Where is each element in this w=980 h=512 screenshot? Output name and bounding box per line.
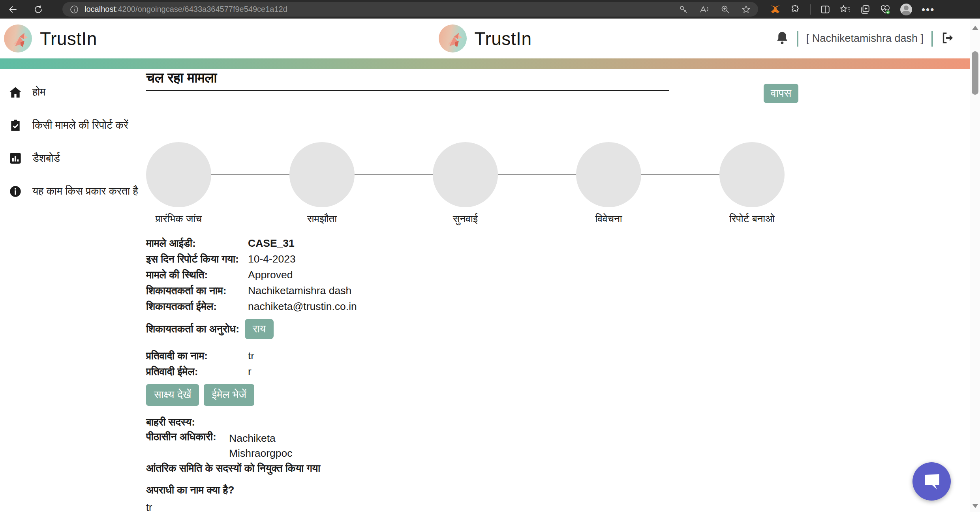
sidebar-item-how-it-works[interactable]: यह काम किस प्रकार करता है <box>9 184 146 199</box>
site-info-icon[interactable] <box>69 5 79 14</box>
step-label: प्रारंभिक जांच <box>146 213 211 225</box>
logout-icon[interactable] <box>941 32 954 46</box>
more-menu-icon[interactable]: ••• <box>922 8 935 11</box>
sidebar: होम किसी मामले की रिपोर्ट करें डैशबोर्ड … <box>0 69 146 512</box>
presiding-officer-values: Nachiketa Mishraorgpoc <box>229 431 293 461</box>
detail-row-case-status: मामले की स्थिति: Approved <box>146 267 970 283</box>
back-button[interactable]: वापस <box>764 84 798 103</box>
presiding-officer-line: Mishraorgpoc <box>229 446 293 461</box>
presiding-officer-row: पीठासीन अधिकारी: Nachiketa Mishraorgpoc <box>146 431 970 461</box>
header-right: [ Nachiketamishra dash ] <box>775 19 954 58</box>
step-hearing: सुनवाई <box>433 142 576 225</box>
how-it-works-icon <box>9 186 22 197</box>
extensions-icon[interactable] <box>790 4 800 15</box>
step-circle <box>289 142 355 207</box>
step-label: रिपोर्ट बनाओ <box>719 213 785 225</box>
step-label: विवेचना <box>576 213 641 225</box>
dashboard-icon <box>9 152 22 164</box>
sidebar-item-home[interactable]: होम <box>9 85 146 100</box>
detail-row-case-id: मामले आईडी: CASE_31 <box>146 235 970 251</box>
refresh-icon[interactable] <box>31 2 46 17</box>
notification-bell-icon[interactable] <box>775 31 789 47</box>
brand-center: TrustIn <box>439 24 532 53</box>
split-screen-icon[interactable] <box>820 4 830 15</box>
sidebar-item-report-case[interactable]: किसी मामले की रिपोर्ट करें <box>9 118 146 133</box>
scrollbar-up-arrow[interactable] <box>972 26 978 30</box>
sidebar-item-label: होम <box>32 85 146 100</box>
step-label: सुनवाई <box>433 213 498 225</box>
page-title: चल रहा मामला <box>146 70 669 91</box>
scrollbar-down-arrow[interactable] <box>972 504 978 508</box>
case-id-value: CASE_31 <box>248 237 295 249</box>
main-content: चल रहा मामला वापस प्रारंभिक जांच समझौता … <box>146 69 970 512</box>
report-case-icon <box>9 119 22 132</box>
request-label: शिकायतकर्ता का अनुरोध: <box>146 323 239 335</box>
complainant-email-value: nachiketa@trustin.co.in <box>248 300 357 313</box>
password-key-icon[interactable] <box>679 5 688 14</box>
home-icon <box>9 86 22 98</box>
view-evidence-button[interactable]: साक्ष्य देखें <box>146 384 199 406</box>
send-email-button[interactable]: ईमेल भेजें <box>204 384 254 406</box>
trustin-logo-icon <box>439 24 467 53</box>
profile-avatar[interactable] <box>900 4 912 15</box>
url-path: :4200/ongoingcase/6433a364577f9e549ce1a1… <box>116 5 287 13</box>
detail-row-complainant-email: शिकायतकर्ता ईमेल: nachiketa@trustin.co.i… <box>146 298 970 314</box>
complainant-request-row: शिकायतकर्ता का अनुरोध: राय <box>146 319 970 339</box>
sidebar-item-label: किसी मामले की रिपोर्ट करें <box>32 118 146 133</box>
detail-row-respondent-name: प्रतिवादी का नाम: tr <box>146 348 970 364</box>
respondent-details: प्रतिवादी का नाम: tr प्रतिवादी ईमेल: r <box>146 348 970 379</box>
favorite-star-icon[interactable] <box>741 5 751 14</box>
page-scrollbar[interactable] <box>970 19 980 512</box>
back-icon[interactable] <box>6 2 21 17</box>
user-label: [ Nachiketamishra dash ] <box>806 32 924 45</box>
presiding-officer-label: पीठासीन अधिकारी: <box>146 431 229 461</box>
header-divider <box>797 31 798 47</box>
offender-name-answer: tr <box>146 502 970 512</box>
sidebar-item-label: यह काम किस प्रकार करता है <box>32 184 146 199</box>
browser-extensions-area: ••• <box>770 4 935 15</box>
collections-icon[interactable] <box>840 4 850 15</box>
opinion-button[interactable]: राय <box>245 319 274 339</box>
app-header: TrustIn TrustIn [ Nachiketamishra dash ] <box>0 19 970 58</box>
brand-gradient-bar <box>0 58 970 69</box>
add-tab-icon[interactable] <box>860 4 870 15</box>
step-circle <box>719 142 785 207</box>
chat-widget-button[interactable] <box>912 462 951 501</box>
url-host: localhost <box>84 5 116 13</box>
browser-essentials-icon[interactable] <box>880 4 891 15</box>
header-divider <box>931 31 933 47</box>
respondent-name-value: tr <box>248 350 254 362</box>
zoom-in-icon[interactable] <box>721 5 730 14</box>
chat-bubble-icon <box>922 471 942 492</box>
address-bar[interactable]: localhost:4200/ongoingcase/6433a364577f9… <box>62 2 758 17</box>
detail-row-respondent-email: प्रतिवादी ईमेल: r <box>146 364 970 379</box>
step-initial-inquiry: प्रारंभिक जांच <box>146 142 289 225</box>
reported-on-value: 10-4-2023 <box>248 253 296 265</box>
detail-row-complainant-name: शिकायतकर्ता का नाम: Nachiketamishra dash <box>146 283 970 298</box>
read-aloud-icon[interactable] <box>699 5 710 14</box>
detail-row-reported-on: इस दिन रिपोर्ट किया गया: 10-4-2023 <box>146 251 970 267</box>
brand-left[interactable]: TrustIn <box>4 24 97 53</box>
scrollbar-thumb[interactable] <box>972 51 978 95</box>
sidebar-item-dashboard[interactable]: डैशबोर्ड <box>9 151 146 166</box>
step-settlement: समझौता <box>289 142 433 225</box>
step-circle <box>433 142 498 207</box>
trustin-logo-icon <box>4 24 32 53</box>
offender-name-question: अपराधी का नाम क्या है? <box>146 484 970 496</box>
action-buttons: साक्ष्य देखें ईमेल भेजें <box>146 384 970 406</box>
case-status-value: Approved <box>248 269 293 281</box>
metamask-icon[interactable] <box>770 4 781 15</box>
case-details: मामले आईडी: CASE_31 इस दिन रिपोर्ट किया … <box>146 235 970 314</box>
step-circle <box>146 142 211 207</box>
case-stepper: प्रारंभिक जांच समझौता सुनवाई विवेचना रिप… <box>146 142 863 225</box>
complainant-name-value: Nachiketamishra dash <box>248 285 351 297</box>
brand-name: TrustIn <box>475 28 532 49</box>
toolbar-divider <box>810 4 811 15</box>
step-make-report: रिपोर्ट बनाओ <box>719 142 863 225</box>
step-label: समझौता <box>289 213 355 225</box>
presiding-officer-line: Nachiketa <box>229 431 293 446</box>
step-circle <box>576 142 641 207</box>
external-member-label: बाहरी सदस्य: <box>146 416 970 428</box>
browser-toolbar: localhost:4200/ongoingcase/6433a364577f9… <box>0 0 980 19</box>
sidebar-item-label: डैशबोर्ड <box>32 151 146 166</box>
